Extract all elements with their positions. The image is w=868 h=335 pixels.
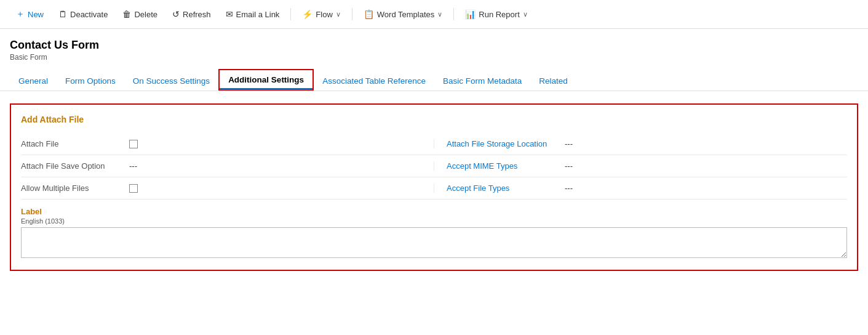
tab-associated-table-reference[interactable]: Associated Table Reference	[314, 71, 434, 91]
word-templates-chevron: ∨	[437, 10, 442, 18]
row-allow-multiple: Allow Multiple Files Accept File Types -…	[21, 177, 847, 200]
new-label: New	[28, 10, 44, 19]
label-textarea[interactable]	[21, 227, 847, 258]
deactivate-label: Deactivate	[70, 10, 108, 19]
accept-file-types-value: ---	[565, 184, 573, 193]
email-link-button[interactable]: ✉ Email a Link	[220, 6, 286, 23]
tab-on-success-settings[interactable]: On Success Settings	[124, 71, 218, 91]
allow-multiple-checkbox[interactable]	[129, 184, 138, 193]
delete-icon: 🗑	[122, 9, 131, 19]
page-title: Contact Us Form	[10, 39, 858, 52]
accept-mime-value: ---	[565, 161, 573, 171]
run-report-icon: 📊	[465, 9, 476, 19]
page-subtitle: Basic Form	[10, 53, 858, 62]
run-report-chevron: ∨	[523, 10, 528, 18]
attach-file-save-value: ---	[129, 161, 137, 171]
row-attach-file-save: Attach File Save Option --- Accept MIME …	[21, 155, 847, 177]
page-header: Contact Us Form Basic Form	[0, 29, 868, 62]
attach-file-label: Attach File	[21, 139, 119, 148]
col-left-2: Attach File Save Option ---	[21, 161, 434, 171]
tab-basic-form-metadata[interactable]: Basic Form Metadata	[434, 71, 530, 91]
col-right-2: Accept MIME Types ---	[434, 161, 847, 171]
label-section: Label English (1033)	[21, 207, 847, 260]
deactivate-button[interactable]: 🗒 Deactivate	[52, 6, 114, 23]
tab-form-options[interactable]: Form Options	[57, 71, 124, 91]
tab-general[interactable]: General	[10, 71, 57, 91]
tab-additional-settings[interactable]: Additional Settings	[218, 69, 314, 91]
col-left-1: Attach File	[21, 139, 434, 148]
tabs-bar: General Form Options On Success Settings…	[0, 69, 868, 91]
delete-label: Delete	[134, 10, 157, 19]
accept-file-types-label: Accept File Types	[447, 184, 557, 193]
col-right-1: Attach File Storage Location ---	[434, 139, 847, 148]
run-report-label: Run Report	[479, 10, 519, 19]
main-content: Add Attach File Attach File Attach File …	[0, 91, 868, 293]
attach-file-save-label: Attach File Save Option	[21, 161, 119, 171]
new-button[interactable]: ＋ New	[10, 5, 50, 23]
allow-multiple-label: Allow Multiple Files	[21, 184, 119, 193]
refresh-button[interactable]: ↺ Refresh	[166, 6, 217, 23]
accept-mime-label: Accept MIME Types	[447, 161, 557, 171]
email-link-label: Email a Link	[236, 10, 280, 19]
separator-3	[453, 8, 454, 20]
flow-button[interactable]: ⚡ Flow ∨	[296, 6, 346, 23]
attach-file-storage-value: ---	[565, 139, 573, 148]
separator-2	[352, 8, 352, 20]
deactivate-icon: 🗒	[58, 9, 67, 19]
row-attach-file: Attach File Attach File Storage Location…	[21, 133, 847, 155]
attach-file-checkbox[interactable]	[129, 140, 138, 148]
label-section-title: Label	[21, 207, 847, 216]
plus-icon: ＋	[16, 9, 25, 20]
separator-1	[290, 8, 291, 20]
col-left-3: Allow Multiple Files	[21, 184, 434, 193]
word-templates-button[interactable]: 📋 Word Templates ∨	[357, 6, 448, 23]
word-templates-icon: 📋	[364, 9, 374, 19]
word-templates-label: Word Templates	[377, 10, 434, 19]
refresh-icon: ↺	[172, 9, 180, 19]
attach-file-storage-label: Attach File Storage Location	[447, 139, 557, 148]
flow-label: Flow	[316, 10, 332, 19]
delete-button[interactable]: 🗑 Delete	[116, 6, 164, 23]
toolbar: ＋ New 🗒 Deactivate 🗑 Delete ↺ Refresh ✉ …	[0, 0, 868, 29]
label-section-subtitle: English (1033)	[21, 217, 847, 225]
refresh-label: Refresh	[183, 10, 211, 19]
email-icon: ✉	[226, 9, 233, 19]
section-box: Add Attach File Attach File Attach File …	[10, 103, 858, 271]
flow-icon: ⚡	[302, 9, 313, 19]
flow-chevron: ∨	[336, 10, 341, 18]
col-right-3: Accept File Types ---	[434, 184, 847, 193]
run-report-button[interactable]: 📊 Run Report ∨	[459, 6, 533, 23]
section-title: Add Attach File	[21, 115, 847, 124]
tab-related[interactable]: Related	[530, 71, 576, 91]
